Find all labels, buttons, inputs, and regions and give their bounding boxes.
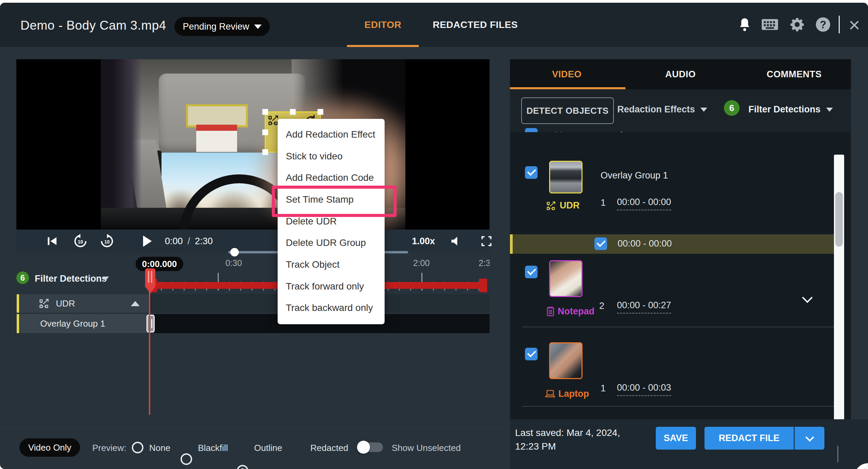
timeline-row-overlay-group[interactable]: Overlay Group 1 xyxy=(17,314,149,333)
save-bar: Last saved: Mar 4, 2024, 12:23 PM SAVE R… xyxy=(510,419,868,469)
preview-label: Preview: xyxy=(92,443,126,453)
preview-bar: Video Only Preview: None Blackfill Outli… xyxy=(0,427,510,469)
context-menu: Add Redaction Effect Stick to video Add … xyxy=(278,119,385,324)
forward-10-icon[interactable]: 10 xyxy=(97,230,117,253)
expand-chevron-icon[interactable] xyxy=(802,292,812,303)
row-checkbox[interactable] xyxy=(525,166,538,179)
rewind-10-icon[interactable]: 10 xyxy=(71,230,90,253)
detections-toolbar: DETECT OBJECTS Redaction Effects 6 Filte… xyxy=(510,89,851,132)
playhead-tooltip: 0:00.000 xyxy=(136,257,183,271)
timeline-row-udr[interactable]: UDR xyxy=(17,294,149,313)
svg-text:10: 10 xyxy=(78,239,83,245)
detection-row[interactable]: 2 00:00 - 00:27 Notepad xyxy=(510,254,851,327)
top-bar: Demo - Body Cam 3.mp4 Pending Review EDI… xyxy=(0,3,868,47)
set-time-stamp-highlight xyxy=(272,186,397,217)
active-tab-underline xyxy=(347,45,419,47)
show-unselected-label: Show Unselected xyxy=(392,443,461,453)
last-saved-time: 12:23 PM xyxy=(515,441,556,452)
show-unselected-toggle[interactable] xyxy=(358,442,383,452)
tab-video[interactable]: VIDEO xyxy=(510,59,624,89)
scrollbar-thumb[interactable] xyxy=(835,192,843,247)
save-button[interactable]: SAVE xyxy=(656,427,696,450)
detect-objects-button[interactable]: DETECT OBJECTS xyxy=(521,97,614,124)
svg-text:10: 10 xyxy=(104,239,110,245)
redaction-effects-dropdown[interactable]: Redaction Effects xyxy=(617,104,707,115)
menu-item-track-object[interactable]: Track Object xyxy=(278,254,385,276)
video-only-pill[interactable]: Video Only xyxy=(19,438,80,457)
door-frame xyxy=(101,59,142,230)
ruler-label: 0:30 xyxy=(217,258,251,268)
time-display: 0:00/2:30 xyxy=(165,230,233,253)
detection-time[interactable]: 00:00 - 00:00 xyxy=(617,197,671,210)
close-icon[interactable]: × xyxy=(844,10,865,39)
playhead-line xyxy=(149,288,150,415)
radio-blackfill[interactable] xyxy=(181,453,192,465)
player-controls: 10 10 0:00/2:30 1.00x xyxy=(16,230,490,253)
video-player[interactable] xyxy=(16,59,490,230)
fullscreen-icon[interactable] xyxy=(477,230,496,253)
clip-drag-handle[interactable] xyxy=(146,315,155,332)
range-end-handle[interactable] xyxy=(479,279,487,292)
settings-gear-icon[interactable] xyxy=(788,15,807,34)
type-label-notepad: Notepad xyxy=(546,306,594,317)
ruler-label: 2:30 xyxy=(479,258,490,268)
tab-editor[interactable]: EDITOR xyxy=(347,3,419,47)
keyboard-shortcuts-icon[interactable] xyxy=(760,15,779,34)
detection-time[interactable]: 00:00 - 00:27 xyxy=(617,300,671,314)
detection-thumbnail[interactable] xyxy=(549,161,583,193)
notifications-bell-icon[interactable] xyxy=(735,15,754,34)
redact-options-chevron[interactable] xyxy=(794,427,824,450)
redact-file-button[interactable]: REDACT FILE xyxy=(704,427,794,450)
type-label-udr: UDR xyxy=(547,200,584,211)
svg-text:?: ? xyxy=(820,19,826,30)
radio-outline[interactable] xyxy=(237,465,248,469)
last-saved-text: Last saved: Mar 4, 2024, xyxy=(515,427,620,438)
chevron-down-icon xyxy=(700,108,707,112)
right-panel-tabs: VIDEO AUDIO COMMENTS xyxy=(510,59,851,89)
help-icon[interactable]: ? xyxy=(813,15,833,34)
skip-start-icon[interactable] xyxy=(44,230,61,253)
play-button-icon[interactable] xyxy=(138,230,157,253)
status-label: Pending Review xyxy=(183,21,249,32)
file-title: Demo - Body Cam 3.mp4 xyxy=(20,18,166,33)
chevron-down-icon xyxy=(826,108,833,112)
collapse-triangle-icon[interactable] xyxy=(131,301,140,306)
detection-thumbnail[interactable] xyxy=(549,260,583,297)
menu-item-track-forward-only[interactable]: Track forward only xyxy=(278,276,385,297)
detection-time[interactable]: 00:00 - 00:03 xyxy=(617,382,671,396)
menu-item-add-redaction-effect[interactable]: Add Redaction Effect xyxy=(278,124,385,145)
filter-detections-dropdown[interactable]: Filter Detections xyxy=(748,104,833,115)
udr-icon xyxy=(40,298,50,309)
detection-thumbnail[interactable] xyxy=(549,342,583,379)
type-label-laptop: Laptop xyxy=(545,389,595,399)
ruler-label: 2:00 xyxy=(404,258,438,268)
row-checkbox[interactable] xyxy=(525,266,538,278)
detection-sub-row[interactable]: 00:00 - 00:00 xyxy=(510,234,834,254)
chevron-down-icon xyxy=(254,25,262,29)
menu-item-stick-to-video[interactable]: Stick to video xyxy=(278,145,385,167)
radio-none[interactable] xyxy=(132,442,143,453)
detections-list: Overlay Group 1 1 00:00 - 00:00 UDR 00:0… xyxy=(510,132,851,419)
sub-row-checkbox[interactable] xyxy=(594,237,607,250)
topbar-divider xyxy=(839,16,840,33)
volume-icon[interactable] xyxy=(446,230,465,253)
tab-redacted-files[interactable]: REDACTED FILES xyxy=(433,3,518,47)
detection-row[interactable]: 1 00:00 - 00:03 Laptop xyxy=(510,328,851,406)
playback-speed[interactable]: 1.00x xyxy=(401,230,446,253)
detection-row[interactable]: Overlay Group 1 1 00:00 - 00:00 UDR 00:0… xyxy=(510,132,851,234)
menu-item-delete-udr-group[interactable]: Delete UDR Group xyxy=(278,232,385,254)
tab-comments[interactable]: COMMENTS xyxy=(737,59,851,89)
status-dropdown[interactable]: Pending Review xyxy=(174,17,270,36)
row-checkbox[interactable] xyxy=(525,348,538,360)
playhead-marker[interactable] xyxy=(145,268,155,288)
tab-audio[interactable]: AUDIO xyxy=(624,59,738,89)
app-window: Demo - Body Cam 3.mp4 Pending Review EDI… xyxy=(0,3,868,469)
savebar-divider xyxy=(837,446,838,462)
filter-count-badge: 6 xyxy=(724,100,740,116)
menu-item-track-backward-only[interactable]: Track backward only xyxy=(278,297,385,319)
